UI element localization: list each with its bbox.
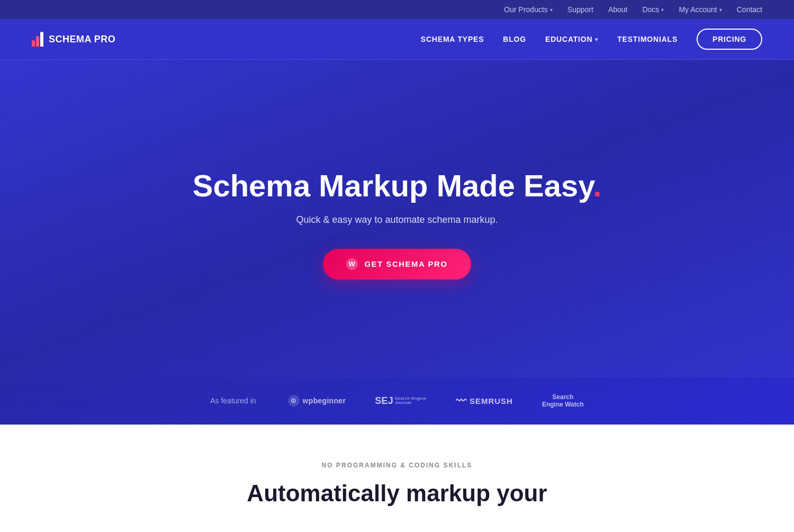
topbar-contact[interactable]: Contact	[737, 5, 762, 14]
topbar-support[interactable]: Support	[567, 5, 593, 14]
nav-education[interactable]: EDUCATION ▾	[545, 35, 598, 43]
pricing-button[interactable]: PRICING	[697, 29, 762, 50]
top-bar: Our Products ▾ Support About Docs ▾ My A…	[0, 0, 794, 19]
logo-text: SCHEMA PRO	[49, 34, 115, 45]
semrush-icon: 〰	[456, 395, 466, 407]
hero-heading: Schema Markup Made Easy.	[193, 168, 602, 204]
main-nav: SCHEMA PRO SCHEMA TYPES BLOG EDUCATION ▾…	[0, 19, 794, 60]
cta-button[interactable]: W GET SCHEMA PRO	[323, 249, 471, 279]
topbar-my-account[interactable]: My Account ▾	[679, 5, 721, 14]
hero-dot: .	[593, 168, 601, 203]
section-heading: Automatically markup your	[32, 480, 762, 508]
topbar-our-products[interactable]: Our Products ▾	[504, 5, 552, 14]
logo-bar-3	[40, 32, 43, 47]
logo-bar-2	[36, 36, 39, 47]
nav-links: SCHEMA TYPES BLOG EDUCATION ▾ TESTIMONIA…	[421, 29, 762, 50]
logo-icon	[32, 32, 43, 47]
chevron-down-icon: ▾	[595, 37, 598, 42]
chevron-down-icon: ▾	[550, 7, 553, 13]
nav-blog[interactable]: BLOG	[503, 35, 526, 43]
nav-testimonials[interactable]: TESTIMONIALS	[617, 35, 678, 43]
nav-schema-types[interactable]: SCHEMA TYPES	[421, 35, 484, 43]
semrush-logo: 〰 SEMRUSH	[456, 395, 513, 407]
wpbeginner-logo: ⊙ wpbeginner	[288, 395, 346, 407]
search-engine-watch-logo: Search Engine Watch	[542, 393, 584, 409]
wpbeginner-icon: ⊙	[288, 395, 300, 407]
logo[interactable]: SCHEMA PRO	[32, 32, 115, 47]
topbar-docs[interactable]: Docs ▾	[642, 5, 664, 14]
chevron-down-icon: ▾	[719, 7, 722, 13]
wordpress-icon: W	[346, 258, 358, 270]
chevron-down-icon: ▾	[661, 7, 664, 13]
sej-logo: SEJ Search Engine Journal	[375, 395, 426, 407]
section-label: NO PROGRAMMING & CODING SKILLS	[32, 462, 762, 469]
logo-bar-1	[32, 40, 35, 47]
topbar-about[interactable]: About	[608, 5, 628, 14]
hero-section: Schema Markup Made Easy. Quick & easy wa…	[0, 60, 794, 377]
featured-bar: As featured in ⊙ wpbeginner SEJ Search E…	[0, 377, 794, 425]
featured-logos: ⊙ wpbeginner SEJ Search Engine Journal 〰…	[288, 393, 584, 409]
featured-label: As featured in	[210, 396, 256, 405]
hero-subheading: Quick & easy way to automate schema mark…	[296, 214, 498, 226]
bottom-section: NO PROGRAMMING & CODING SKILLS Automatic…	[0, 425, 794, 529]
